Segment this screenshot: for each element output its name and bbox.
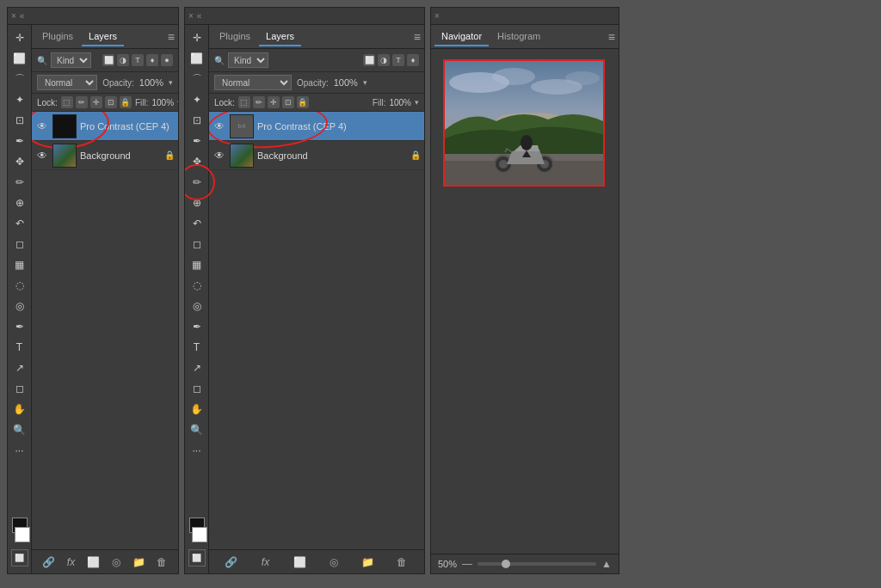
panel1-footer-mask-icon[interactable]: ⬜ bbox=[86, 554, 102, 570]
panel2-footer-mask-icon[interactable]: ⬜ bbox=[292, 554, 307, 570]
lasso-tool[interactable]: ⌒ bbox=[10, 70, 29, 89]
p2-filter-adjustment-icon[interactable]: ◑ bbox=[378, 54, 390, 66]
panel2-layer-adjustment[interactable]: 👁 b4 Pro Contrast (CEP 4) bbox=[209, 112, 424, 141]
panel2-footer-link-icon[interactable]: 🔗 bbox=[224, 554, 239, 570]
filter-pixel-icon[interactable]: ⬜ bbox=[102, 54, 114, 66]
panel1-close[interactable]: × bbox=[11, 11, 16, 21]
p2-filter-text-icon[interactable]: T bbox=[392, 54, 404, 66]
panel2-footer-fx-icon[interactable]: fx bbox=[257, 554, 273, 570]
panel2-layer1-visibility[interactable]: 👁 bbox=[213, 119, 226, 133]
panel2-mode-select[interactable]: Normal bbox=[214, 75, 292, 90]
panel2-footer-adjustment-icon[interactable]: ◎ bbox=[326, 554, 342, 570]
panel1-opacity-dropdown[interactable]: ▾ bbox=[169, 78, 173, 87]
navigator-zoom-track[interactable] bbox=[477, 562, 596, 566]
panel2-layer2-visibility[interactable]: 👁 bbox=[213, 149, 226, 162]
p2-pen-tool[interactable]: ✒ bbox=[188, 317, 206, 336]
panel2-close[interactable]: × bbox=[188, 11, 194, 21]
panel1-fill-dropdown[interactable]: ▾ bbox=[177, 98, 178, 107]
p2-lasso-tool[interactable]: ⌒ bbox=[188, 70, 206, 89]
p2-healing-tool[interactable]: ✥ bbox=[188, 152, 206, 171]
panel2-kind-select[interactable]: Kind bbox=[228, 52, 268, 68]
text-tool[interactable]: T bbox=[10, 338, 29, 357]
p2-magic-wand-tool[interactable]: ✦ bbox=[188, 90, 206, 109]
lock-all-icon[interactable]: 🔒 bbox=[120, 96, 132, 108]
gradient-tool[interactable]: ▦ bbox=[10, 255, 29, 274]
panel2-tab-plugins[interactable]: Plugins bbox=[213, 28, 257, 46]
p2-text-tool[interactable]: T bbox=[188, 338, 206, 357]
brush-tool[interactable]: ✏ bbox=[10, 173, 29, 192]
panel2-footer-delete-icon[interactable]: 🗑 bbox=[394, 554, 410, 570]
navigator-zoom-slider[interactable] bbox=[477, 562, 596, 566]
filter-text-icon[interactable]: T bbox=[132, 54, 144, 66]
blur-tool[interactable]: ◌ bbox=[10, 276, 29, 295]
panel1-footer-delete-icon[interactable]: 🗑 bbox=[154, 554, 169, 570]
filter-adjustment-icon[interactable]: ◑ bbox=[117, 54, 129, 66]
panel2-tab-layers[interactable]: Layers bbox=[259, 28, 301, 46]
rect-select-tool[interactable]: ⬜ bbox=[10, 49, 29, 68]
magic-wand-tool[interactable]: ✦ bbox=[10, 90, 29, 109]
p2-path-select-tool[interactable]: ↗ bbox=[188, 358, 206, 377]
panel3-menu-icon[interactable]: ≡ bbox=[608, 30, 615, 44]
p2-lock-artboard-icon[interactable]: ⊡ bbox=[282, 96, 294, 108]
panel1-menu-icon[interactable]: ≡ bbox=[168, 30, 175, 44]
lock-artboard-icon[interactable]: ⊡ bbox=[105, 96, 117, 108]
p2-brush-tool[interactable]: ✏ bbox=[188, 173, 206, 192]
panel2-layer-background[interactable]: 👁 Background 🔒 bbox=[209, 141, 424, 170]
p2-zoom-tool[interactable]: 🔍 bbox=[188, 420, 206, 439]
panel1-layer1-visibility[interactable]: 👁 bbox=[35, 119, 49, 133]
panel2-menu-icon[interactable]: ≡ bbox=[414, 30, 421, 44]
panel1-layer-background[interactable]: 👁 Background 🔒 bbox=[32, 141, 178, 170]
panel2-opacity-dropdown[interactable]: ▾ bbox=[363, 78, 367, 87]
clone-tool[interactable]: ⊕ bbox=[10, 193, 29, 212]
pen-tool[interactable]: ✒ bbox=[10, 317, 29, 336]
panel1-mode-select[interactable]: Normal bbox=[37, 75, 97, 90]
panel3-tab-histogram[interactable]: Histogram bbox=[490, 28, 547, 46]
eyedropper-tool[interactable]: ✒ bbox=[10, 132, 29, 150]
panel2-fill-dropdown[interactable]: ▾ bbox=[415, 98, 419, 107]
lock-transparent-icon[interactable]: ⬚ bbox=[61, 96, 73, 108]
filter-smart-icon[interactable]: ● bbox=[161, 54, 173, 66]
crop-tool[interactable]: ⊡ bbox=[10, 111, 29, 130]
panel1-footer-group-icon[interactable]: 📁 bbox=[131, 554, 146, 570]
p2-rect-select-tool[interactable]: ⬜ bbox=[188, 49, 206, 68]
p2-lock-position-icon[interactable]: ✛ bbox=[268, 96, 280, 108]
p2-eraser-tool[interactable]: ◻ bbox=[188, 235, 206, 254]
navigator-zoom-min[interactable]: — bbox=[462, 558, 472, 570]
panel1-tab-plugins[interactable]: Plugins bbox=[35, 28, 80, 46]
p2-gradient-tool[interactable]: ▦ bbox=[188, 255, 206, 274]
panel1-layer-adjustment[interactable]: 👁 Pro Contrast (CEP 4) bbox=[32, 112, 178, 141]
p2-dodge-tool[interactable]: ◎ bbox=[188, 297, 206, 315]
shape-tool[interactable]: ◻ bbox=[10, 379, 29, 398]
panel2-collapse[interactable]: « bbox=[197, 11, 202, 21]
hand-tool[interactable]: ✋ bbox=[10, 400, 29, 419]
p2-lock-transparent-icon[interactable]: ⬚ bbox=[238, 96, 250, 108]
panel1-footer-adjustment-icon[interactable]: ◎ bbox=[108, 554, 124, 570]
panel1-footer-link-icon[interactable]: 🔗 bbox=[40, 554, 56, 570]
panel1-collapse[interactable]: « bbox=[20, 11, 25, 21]
panel1-footer-fx-icon[interactable]: fx bbox=[63, 554, 78, 570]
move-tool[interactable]: ✛ bbox=[10, 28, 29, 47]
p2-crop-tool[interactable]: ⊡ bbox=[188, 111, 206, 130]
p2-filter-shape-icon[interactable]: ♦ bbox=[407, 54, 419, 66]
p2-eyedropper-tool[interactable]: ✒ bbox=[188, 132, 206, 150]
filter-shape-icon[interactable]: ♦ bbox=[146, 54, 158, 66]
navigator-zoom-max[interactable]: ▲ bbox=[601, 558, 612, 570]
p2-clone-tool[interactable]: ⊕ bbox=[188, 193, 206, 212]
panel1-layer2-visibility[interactable]: 👁 bbox=[35, 149, 49, 162]
navigator-zoom-thumb[interactable] bbox=[502, 560, 510, 568]
panel2-footer-group-icon[interactable]: 📁 bbox=[360, 554, 375, 570]
p2-filter-pixel-icon[interactable]: ⬜ bbox=[363, 54, 375, 66]
p2-lock-all-icon[interactable]: 🔒 bbox=[297, 96, 309, 108]
p2-hand-tool[interactable]: ✋ bbox=[188, 400, 206, 419]
lock-position-icon[interactable]: ✛ bbox=[90, 96, 102, 108]
p2-blur-tool[interactable]: ◌ bbox=[188, 276, 206, 295]
history-brush-tool[interactable]: ↶ bbox=[10, 214, 29, 233]
path-select-tool[interactable]: ↗ bbox=[10, 358, 29, 377]
p2-move-tool[interactable]: ✛ bbox=[188, 28, 206, 47]
p2-lock-image-icon[interactable]: ✏ bbox=[253, 96, 265, 108]
panel3-tab-navigator[interactable]: Navigator bbox=[434, 28, 489, 46]
p2-shape-tool[interactable]: ◻ bbox=[188, 379, 206, 398]
p2-history-brush-tool[interactable]: ↶ bbox=[188, 214, 206, 233]
more-tools[interactable]: ··· bbox=[10, 441, 29, 460]
dodge-tool[interactable]: ◎ bbox=[10, 297, 29, 315]
